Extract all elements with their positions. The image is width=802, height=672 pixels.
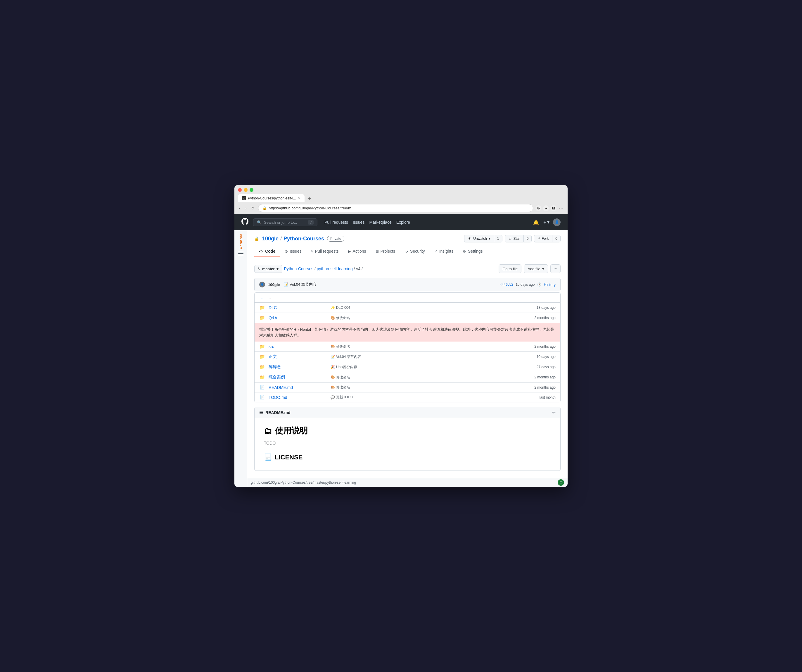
file-name-todo[interactable]: TODO.md <box>268 395 327 400</box>
extension-icon-2[interactable]: ★ <box>543 205 549 211</box>
repo-header: 🔒 100gle / Python-Courses Private 👁 Unwa… <box>247 230 568 257</box>
more-options-button[interactable]: ··· <box>550 264 561 273</box>
unwatch-count[interactable]: 1 <box>494 235 503 243</box>
github-logo[interactable] <box>241 218 249 227</box>
list-icon: ☰ <box>259 410 263 415</box>
refresh-button[interactable]: ↻ <box>250 205 256 211</box>
octotree-sidebar[interactable]: Octotree <box>234 230 247 487</box>
commit-msg-text: Vol.04 章节内容 <box>289 282 317 287</box>
commit-msg-zongheanli: 修改命名 <box>336 375 350 380</box>
star-count[interactable]: 0 <box>524 235 532 243</box>
tab-security[interactable]: 🛡 Security <box>400 246 430 257</box>
fork-label: Fork <box>542 236 548 241</box>
browser-tab[interactable]: ⊙ Python-Courses/python-self-l... ✕ <box>238 194 304 202</box>
new-tab-button[interactable]: + <box>306 195 314 202</box>
github-search[interactable]: 🔍 Search or jump to... / <box>253 219 317 226</box>
forward-button[interactable]: › <box>244 205 248 211</box>
file-row-zhengwen: 📁 正文 📝 Vol.04 章节内容 10 days ago <box>255 352 560 362</box>
file-commit-qa: 🎨 修改命名 <box>331 316 523 321</box>
fork-count[interactable]: 0 <box>552 235 561 243</box>
tab-insights[interactable]: ↗ Insights <box>430 246 458 257</box>
url-bar[interactable]: 🔒 https://github.com/100gle/Python-Cours… <box>258 204 533 212</box>
extension-icon-3[interactable]: ⊡ <box>551 205 556 211</box>
breadcrumb-path: Python-Courses / python-self-learning / … <box>284 266 363 271</box>
parent-link[interactable]: .. <box>268 295 327 300</box>
commit-emoji-suisuinian: 🎉 <box>331 365 335 369</box>
tab-code[interactable]: <> Code <box>254 246 280 257</box>
repo-owner-link[interactable]: 100gle <box>262 236 278 242</box>
commit-msg-suisuinian: Unix部分内容 <box>336 365 357 370</box>
commit-hash[interactable]: 4446c52 <box>500 282 513 287</box>
commit-emoji-readme: 🎨 <box>331 385 335 390</box>
folder-icon-zongheanli: 📁 <box>259 375 265 380</box>
user-avatar[interactable]: 👤 <box>553 219 561 226</box>
minimize-button[interactable] <box>244 188 247 192</box>
branch-icon: ⑂ <box>258 267 260 271</box>
nav-issues[interactable]: Issues <box>353 220 364 225</box>
content-warning-banner: 撰写关于角色扮演的H（Hental，即色情）游戏的内容是不恰当的，因为这涉及到色… <box>255 323 560 342</box>
commit-emoji-src: 🎨 <box>331 345 335 348</box>
readme-title: ☰ README.md <box>259 410 291 415</box>
file-commit-dlc: ✨ DLC-004 <box>331 306 523 310</box>
nav-explore[interactable]: Explore <box>396 220 410 225</box>
tab-pr-label: Pull requests <box>315 249 339 254</box>
commit-author-avatar: 👤 <box>259 282 265 287</box>
file-commit-zhengwen: 📝 Vol.04 章节内容 <box>331 355 523 359</box>
file-name-dlc[interactable]: DLC <box>268 305 327 310</box>
file-name-zongheanli[interactable]: 综合案例 <box>268 375 327 380</box>
close-button[interactable] <box>238 188 242 192</box>
repo-name-link[interactable]: Python-Courses <box>283 236 324 242</box>
file-row-dlc: 📁 DLC ✨ DLC-004 13 days ago <box>255 303 560 313</box>
nav-marketplace[interactable]: Marketplace <box>369 220 391 225</box>
tab-issues[interactable]: ⊙ Issues <box>280 246 306 257</box>
file-icon-todo: 📄 <box>259 395 265 400</box>
breadcrumb-dir1[interactable]: python-self-learning <box>317 266 353 271</box>
file-name-src[interactable]: src <box>268 344 327 349</box>
github-header: 🔍 Search or jump to... / Pull requests I… <box>234 214 568 230</box>
branch-selector[interactable]: ⑂ master ▾ <box>254 265 282 273</box>
file-time-qa: 2 months ago <box>526 316 556 320</box>
commit-emoji-zhengwen: 📝 <box>331 355 335 359</box>
file-time-src: 2 months ago <box>526 345 556 348</box>
history-button[interactable]: History <box>544 282 556 287</box>
file-commit-zongheanli: 🎨 修改命名 <box>331 375 523 380</box>
breadcrumb-root[interactable]: Python-Courses <box>284 266 313 271</box>
file-name-suisuinian[interactable]: 碎碎念 <box>268 364 327 370</box>
maximize-button[interactable] <box>250 188 254 192</box>
star-label: Star <box>514 236 520 241</box>
tab-insights-label: Insights <box>439 249 453 254</box>
file-time-todo: last month <box>526 395 556 400</box>
tab-close-button[interactable]: ✕ <box>298 196 301 200</box>
github-header-right: 🔔 ＋▾ 👤 <box>533 219 561 226</box>
star-group: ☆ Star 0 <box>505 235 532 243</box>
fork-group: ⑂ Fork 0 <box>534 235 561 243</box>
file-name-zhengwen[interactable]: 正文 <box>268 354 327 359</box>
file-name-readme[interactable]: README.md <box>268 385 327 390</box>
unwatch-button[interactable]: 👁 Unwatch ▾ <box>464 235 494 243</box>
go-to-file-button[interactable]: Go to file <box>499 264 521 273</box>
tab-settings[interactable]: ⚙ Settings <box>458 246 488 257</box>
commit-author-name[interactable]: 100gle <box>268 282 280 287</box>
new-dropdown[interactable]: ＋▾ <box>542 219 550 225</box>
file-name-qa[interactable]: Q&A <box>268 316 327 320</box>
readme-edit-button[interactable]: ✏ <box>552 410 556 415</box>
breadcrumb-sep-1: / <box>314 266 317 271</box>
tab-pull-requests[interactable]: ⑂ Pull requests <box>306 246 343 257</box>
add-file-button[interactable]: Add file ▾ <box>524 264 548 273</box>
fork-button[interactable]: ⑂ Fork <box>534 235 552 243</box>
tab-projects[interactable]: ⊞ Projects <box>371 246 400 257</box>
folder-icon-qa: 📁 <box>259 315 265 321</box>
file-row-zongheanli: 📁 综合案例 🎨 修改命名 2 months ago <box>255 372 560 382</box>
tab-actions[interactable]: ▶ Actions <box>343 246 371 257</box>
extension-icon-1[interactable]: ⊙ <box>535 205 541 211</box>
search-placeholder: Search or jump to... <box>264 220 297 225</box>
nav-pull-requests[interactable]: Pull requests <box>324 220 348 225</box>
back-button[interactable]: ‹ <box>238 205 242 211</box>
star-button[interactable]: ☆ Star <box>505 235 524 243</box>
path-separator: / <box>280 236 282 242</box>
breadcrumb-actions: Go to file Add file ▾ ··· <box>499 264 561 273</box>
actions-icon: ▶ <box>348 249 351 254</box>
tab-code-label: Code <box>265 249 275 254</box>
extension-icon-4[interactable]: ⋯ <box>558 205 564 211</box>
notification-icon[interactable]: 🔔 <box>533 220 539 225</box>
